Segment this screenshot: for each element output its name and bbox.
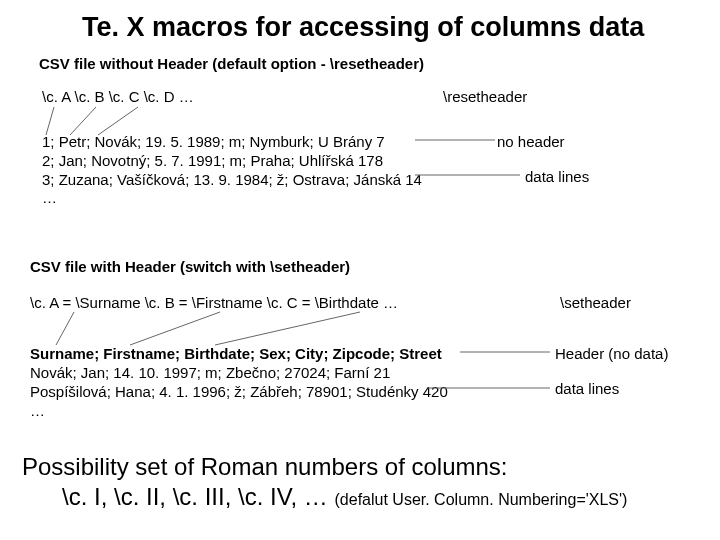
setheader-label: \setheader <box>560 294 631 311</box>
svg-line-1 <box>70 107 96 135</box>
svg-line-5 <box>56 312 74 345</box>
footer-roman: \c. I, \c. II, \c. III, \c. IV, … <box>62 483 335 510</box>
footer-note: (defalut User. Column. Numbering='XLS') <box>335 491 628 508</box>
csv-row: 1; Petr; Novák; 19. 5. 1989; m; Nymburk;… <box>42 133 422 152</box>
section1-heading: CSV file without Header (default option … <box>39 55 424 72</box>
resetheader-label: \resetheader <box>443 88 527 105</box>
footer-line2: \c. I, \c. II, \c. III, \c. IV, … (defal… <box>62 482 627 512</box>
csv-row: … <box>30 402 448 421</box>
csv-row: … <box>42 189 422 208</box>
data-lines-label-1: data lines <box>525 168 589 185</box>
csv-row: 3; Zuzana; Vašíčková; 13. 9. 1984; ž; Os… <box>42 171 422 190</box>
section2-heading: CSV file with Header (switch with \sethe… <box>30 258 350 275</box>
footer-line1: Possibility set of Roman numbers of colu… <box>22 452 627 482</box>
section1-macros: \c. A \c. B \c. C \c. D … <box>42 88 194 105</box>
no-header-label: no header <box>497 133 565 150</box>
data-lines-label-2: data lines <box>555 380 619 397</box>
csv-row: 2; Jan; Novotný; 5. 7. 1991; m; Praha; U… <box>42 152 422 171</box>
svg-line-2 <box>98 107 138 135</box>
csv-row: Novák; Jan; 14. 10. 1997; m; Zbečno; 270… <box>30 364 448 383</box>
csv1-block: 1; Petr; Novák; 19. 5. 1989; m; Nymburk;… <box>42 133 422 208</box>
footer-block: Possibility set of Roman numbers of colu… <box>22 452 627 512</box>
csv2-header-line: Surname; Firstname; Birthdate; Sex; City… <box>30 345 442 362</box>
csv2-block: Novák; Jan; 14. 10. 1997; m; Zbečno; 270… <box>30 364 448 420</box>
svg-line-7 <box>215 312 360 345</box>
header-no-data-label: Header (no data) <box>555 345 668 362</box>
svg-line-0 <box>46 107 54 135</box>
svg-line-6 <box>130 312 220 345</box>
page-title: Te. X macros for accessing of columns da… <box>82 12 644 43</box>
section2-macros: \c. A = \Surname \c. B = \Firstname \c. … <box>30 294 398 311</box>
csv-row: Pospíšilová; Hana; 4. 1. 1996; ž; Zábřeh… <box>30 383 448 402</box>
